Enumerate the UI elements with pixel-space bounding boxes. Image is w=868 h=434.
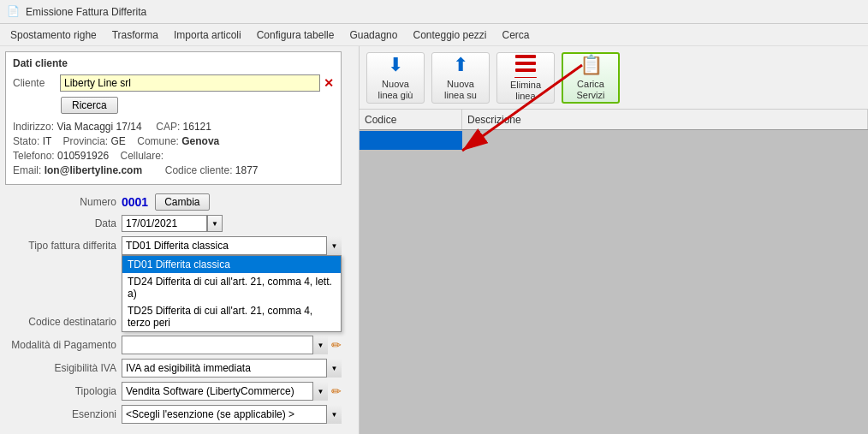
menu-configura[interactable]: Configura tabelle xyxy=(250,27,342,43)
elimina-linea-icon xyxy=(514,53,538,74)
esenzioni-value: <Scegli l'esenzione (se applicabile) > xyxy=(126,408,294,420)
stato-row: Stato: IT Provincia: GE Comune: Genova xyxy=(13,135,334,147)
stato-value: IT xyxy=(43,135,51,147)
data-input[interactable] xyxy=(122,215,207,232)
table-header: Codice Descrizione xyxy=(360,110,868,130)
cap-label: CAP: xyxy=(156,121,180,133)
codice-cliente-label: Codice cliente: xyxy=(165,164,233,176)
esigibilita-iva-select[interactable]: IVA ad esigibilità immediata xyxy=(122,359,342,378)
carica-servizi-label: CaricaServizi xyxy=(576,79,604,101)
esigibilita-iva-value: IVA ad esigibilità immediata xyxy=(126,362,251,374)
nuova-linea-su-button[interactable]: ⬆ Nuovalinea su xyxy=(431,52,490,104)
dropdown-item-td01[interactable]: TD01 Differita classica xyxy=(122,256,341,273)
esenzioni-row: Esenzioni <Scegli l'esenzione (se applic… xyxy=(5,405,342,424)
menu-trasforma[interactable]: Trasforma xyxy=(105,27,165,43)
table-cell-blue xyxy=(360,131,462,150)
tipo-fattura-row: Tipo fattura differita TD01 Differita cl… xyxy=(5,236,342,255)
dati-cliente-title: Dati cliente xyxy=(13,57,334,69)
col-descrizione: Descrizione xyxy=(462,110,868,129)
titlebar-text: Emissione Fattura Differita xyxy=(26,6,146,18)
nuova-linea-giu-button[interactable]: ⬇ Nuovalinea giù xyxy=(366,52,425,104)
modalita-pagamento-select[interactable] xyxy=(122,336,328,354)
ricerca-button[interactable]: Ricerca xyxy=(61,97,118,114)
cliente-input[interactable] xyxy=(60,74,320,92)
table-body xyxy=(360,151,868,434)
numero-row: Numero 0001 Cambia xyxy=(5,193,342,211)
tipo-fattura-display[interactable]: TD01 Differita classica xyxy=(122,236,342,255)
esenzioni-select[interactable]: <Scegli l'esenzione (se applicabile) > xyxy=(122,405,342,424)
svg-rect-1 xyxy=(515,62,536,65)
svg-rect-0 xyxy=(515,55,536,58)
app-icon: 📄 xyxy=(7,5,21,19)
arrow-down-icon: ⬇ xyxy=(388,54,403,76)
provincia-value: GE xyxy=(111,135,126,147)
ricerca-btn-row: Ricerca xyxy=(13,95,334,114)
telefono-row: Telefono: 010591926 Cellulare: xyxy=(13,150,334,162)
tipologia-wrapper: Vendita Software (LibertyCommerce) ▼ xyxy=(122,382,328,401)
numero-value: 0001 xyxy=(122,195,148,209)
codice-destinatario-label: Codice destinatario xyxy=(5,316,116,328)
data-row: Data ▼ xyxy=(5,215,342,232)
menu-conteggio[interactable]: Conteggio pezzi xyxy=(406,27,493,43)
dati-cliente-box: Dati cliente Cliente ✕ Ricerca Indirizzo… xyxy=(5,51,342,185)
col-codice: Codice xyxy=(360,110,462,129)
esigibilita-iva-row: Esigibilità IVA IVA ad esigibilità immed… xyxy=(5,359,342,378)
tipo-fattura-value: TD01 Differita classica xyxy=(126,240,229,252)
menu-spostamento[interactable]: Spostamento righe xyxy=(3,27,104,43)
modalita-pagamento-edit-icon[interactable]: ✏ xyxy=(331,338,342,352)
cliente-label: Cliente xyxy=(13,77,60,89)
elimina-line-bar xyxy=(514,77,537,78)
right-panel: ⬇ Nuovalinea giù ⬆ Nuovalinea su xyxy=(360,46,868,434)
menu-importa[interactable]: Importa articoli xyxy=(167,27,248,43)
menubar: Spostamento righe Trasforma Importa arti… xyxy=(0,24,868,46)
form-section: Numero 0001 Cambia Data ▼ Tipo fattura d… xyxy=(0,190,359,431)
menu-cerca[interactable]: Cerca xyxy=(496,27,537,43)
table-row xyxy=(360,130,868,151)
tipologia-label: Tipologia xyxy=(5,385,116,397)
esenzioni-wrapper: <Scegli l'esenzione (se applicabile) > ▼ xyxy=(122,405,342,424)
email-value: lon@libertyline.com xyxy=(45,164,142,176)
comune-value: Genova xyxy=(181,135,219,147)
nuova-linea-su-label: Nuovalinea su xyxy=(444,79,477,101)
indirizzo-label: Indirizzo: xyxy=(13,121,54,133)
left-panel: Dati cliente Cliente ✕ Ricerca Indirizzo… xyxy=(0,46,360,434)
dropdown-item-td25[interactable]: TD25 Differita di cui all'art. 21, comma… xyxy=(122,302,341,331)
carica-servizi-button[interactable]: 📋 CaricaServizi xyxy=(562,52,620,104)
tipo-fattura-label: Tipo fattura differita xyxy=(5,240,116,252)
tipo-fattura-dropdown: TD01 Differita classica TD24 Differita d… xyxy=(122,255,342,332)
esigibilita-iva-label: Esigibilità IVA xyxy=(5,362,116,374)
cambia-button[interactable]: Cambia xyxy=(155,193,209,211)
indirizzo-row: Indirizzo: Via Macaggi 17/14 CAP: 16121 xyxy=(13,121,334,133)
modalita-pagamento-label: Modalità di Pagamento xyxy=(5,339,116,351)
cliente-field-row: Cliente ✕ xyxy=(13,74,334,92)
dropdown-item-td24[interactable]: TD24 Differita di cui all'art. 21, comma… xyxy=(122,273,341,302)
telefono-label: Telefono: xyxy=(13,150,55,162)
data-label: Data xyxy=(5,217,116,229)
tipologia-value: Vendita Software (LibertyCommerce) xyxy=(126,385,294,397)
toolbar: ⬇ Nuovalinea giù ⬆ Nuovalinea su xyxy=(360,46,868,110)
email-label: Email: xyxy=(13,164,41,176)
document-icon: 📋 xyxy=(580,54,603,76)
esenzioni-label: Esenzioni xyxy=(5,408,116,420)
elimina-linea-label: Eliminalinea xyxy=(510,80,541,102)
tipologia-select[interactable]: Vendita Software (LibertyCommerce) xyxy=(122,382,328,401)
codice-cliente-value: 1877 xyxy=(235,164,259,176)
tipologia-row: Tipologia Vendita Software (LibertyComme… xyxy=(5,382,342,401)
svg-rect-2 xyxy=(515,68,536,72)
provincia-label: Provincia: xyxy=(63,135,109,147)
arrow-up-icon: ⬆ xyxy=(453,54,468,76)
date-dropdown-button[interactable]: ▼ xyxy=(207,215,223,232)
menu-guadagno[interactable]: Guadagno xyxy=(342,27,404,43)
tipologia-edit-icon[interactable]: ✏ xyxy=(331,384,342,398)
telefono-value: 010591926 xyxy=(57,150,109,162)
indirizzo-value: Via Macaggi 17/14 xyxy=(56,121,141,133)
email-row: Email: lon@libertyline.com Codice client… xyxy=(13,164,334,176)
stato-label: Stato: xyxy=(13,135,39,147)
comune-label: Comune: xyxy=(137,135,179,147)
titlebar: 📄 Emissione Fattura Differita xyxy=(0,0,868,24)
cellulare-label: Cellulare: xyxy=(120,150,163,162)
esigibilita-iva-wrapper: IVA ad esigibilità immediata ▼ xyxy=(122,359,342,378)
elimina-linea-button[interactable]: Eliminalinea xyxy=(496,52,555,104)
main-layout: Dati cliente Cliente ✕ Ricerca Indirizzo… xyxy=(0,46,868,434)
clear-cliente-icon[interactable]: ✕ xyxy=(324,76,334,90)
